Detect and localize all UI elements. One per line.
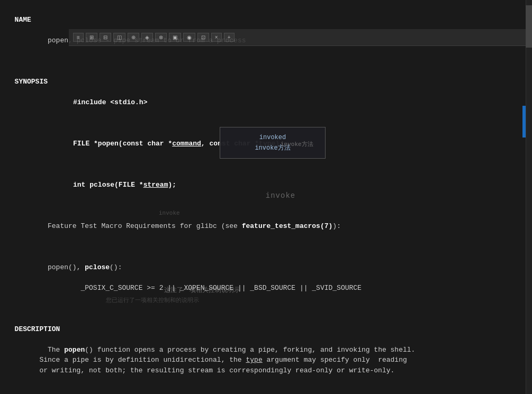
toolbar-btn-close[interactable]: × bbox=[211, 33, 222, 42]
man-page-content: NAME popen, pclose - pipe stream to or f… bbox=[0, 0, 532, 394]
toolbar-btn-7[interactable]: ⊗ bbox=[155, 33, 167, 42]
include-line: #include <stdio.h> bbox=[15, 98, 148, 106]
toolbar-btn-9[interactable]: ◉ bbox=[183, 33, 195, 42]
popup-invoked: invoked bbox=[227, 133, 319, 142]
toolbar-btn-5[interactable]: ⊕ bbox=[128, 33, 139, 42]
blue-side-button[interactable] bbox=[522, 106, 532, 138]
popup-invoke-method: invoke方法 bbox=[227, 143, 319, 153]
invoke-popup[interactable]: invoked invoke方法 bbox=[220, 127, 326, 159]
toolbar-btn-3[interactable]: ⊟ bbox=[100, 33, 111, 42]
name-header: NAME bbox=[15, 16, 31, 24]
toolbar-btn-1[interactable]: ≡ bbox=[73, 33, 84, 42]
toolbar-btn-8[interactable]: ▣ bbox=[169, 33, 181, 42]
toolbar-btn-6[interactable]: ◈ bbox=[141, 33, 153, 42]
pclose-sig: int pclose(FILE *stream); bbox=[15, 181, 176, 189]
toolbar-btn-plus[interactable]: + bbox=[224, 33, 235, 42]
toolbar-btn-10[interactable]: ⊡ bbox=[197, 33, 209, 42]
description-header: DESCRIPTION bbox=[15, 325, 60, 333]
toolbar-btn-2[interactable]: ⊞ bbox=[86, 33, 97, 42]
toolbar-btn-4[interactable]: ◫ bbox=[113, 33, 125, 42]
posix-line: _POSIX_C_SOURCE >= 2 || _XOPEN_SOURCE ||… bbox=[15, 284, 362, 292]
synopsis-header: SYNOPSIS bbox=[15, 78, 48, 86]
desc-para1: The popen() function opens a process by … bbox=[6, 346, 415, 374]
feature-text: Feature Test Macro Requirements for glib… bbox=[15, 222, 341, 230]
popen-pclose-line: popen(), pclose(): bbox=[15, 263, 122, 271]
